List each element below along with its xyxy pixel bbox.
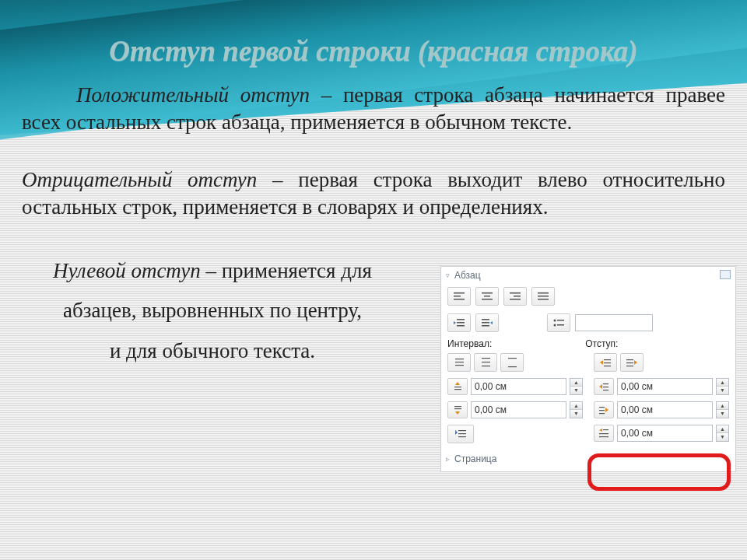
svg-rect-4 bbox=[484, 296, 490, 297]
svg-rect-47 bbox=[626, 359, 633, 360]
svg-rect-59 bbox=[603, 429, 608, 430]
svg-rect-57 bbox=[599, 413, 605, 414]
svg-rect-13 bbox=[457, 322, 465, 324]
svg-rect-5 bbox=[482, 299, 493, 300]
svg-rect-60 bbox=[599, 433, 608, 434]
list-bullets-button[interactable] bbox=[547, 313, 570, 332]
expand-panel-button[interactable] bbox=[720, 270, 731, 279]
svg-rect-1 bbox=[454, 296, 461, 297]
format-panel: ▿ Абзац Интервал: Отступ: 0,00 см bbox=[440, 266, 736, 472]
svg-rect-2 bbox=[454, 299, 465, 300]
svg-rect-8 bbox=[510, 299, 521, 300]
svg-rect-23 bbox=[557, 324, 564, 326]
space-before-icon bbox=[447, 378, 468, 395]
svg-rect-51 bbox=[603, 383, 608, 384]
interval-column: 0,00 см ▲▼ 0,00 см ▲▼ bbox=[447, 353, 583, 443]
space-before-input[interactable]: 0,00 см bbox=[471, 378, 566, 395]
first-line-indent-input[interactable]: 0,00 см bbox=[617, 425, 713, 442]
svg-rect-26 bbox=[455, 365, 464, 366]
section-page[interactable]: ▹ Страница bbox=[441, 450, 735, 467]
svg-rect-22 bbox=[557, 320, 564, 321]
decrease-indent-button[interactable] bbox=[447, 313, 471, 332]
line-spacing-15-button[interactable] bbox=[474, 353, 497, 372]
align-right-button[interactable] bbox=[503, 287, 527, 306]
svg-rect-38 bbox=[458, 430, 466, 431]
first-line-indent-icon bbox=[594, 425, 614, 442]
svg-rect-11 bbox=[538, 299, 549, 300]
align-left-button[interactable] bbox=[447, 287, 471, 306]
increase-indent-button[interactable] bbox=[475, 313, 499, 332]
svg-rect-28 bbox=[482, 362, 490, 362]
paragraph-zero-indent: Нулевой отступ – применяется для абзацев… bbox=[22, 251, 403, 371]
space-before-spinner[interactable]: ▲▼ bbox=[570, 378, 583, 395]
svg-rect-55 bbox=[599, 407, 605, 408]
indent-column: 0,00 см ▲▼ 0,00 см ▲▼ 0,00 см ▲▼ bbox=[594, 353, 729, 443]
svg-rect-30 bbox=[508, 358, 517, 359]
svg-rect-7 bbox=[514, 296, 521, 297]
space-after-input[interactable]: 0,00 см bbox=[471, 401, 566, 418]
term-negative: Отрицательный отступ bbox=[22, 168, 257, 191]
svg-rect-29 bbox=[482, 366, 490, 366]
label-indent: Отступ: bbox=[585, 338, 618, 349]
section-paragraph[interactable]: ▿ Абзац bbox=[441, 267, 735, 283]
svg-rect-43 bbox=[604, 359, 611, 360]
indent-increase-button[interactable] bbox=[620, 353, 644, 372]
svg-rect-45 bbox=[604, 366, 611, 366]
indent-right-spinner[interactable]: ▲▼ bbox=[716, 401, 729, 418]
svg-rect-25 bbox=[455, 362, 464, 362]
svg-rect-49 bbox=[626, 366, 633, 366]
svg-marker-32 bbox=[455, 382, 460, 385]
svg-marker-58 bbox=[599, 429, 602, 432]
indent-left-input[interactable]: 0,00 см bbox=[617, 378, 713, 395]
svg-marker-37 bbox=[455, 411, 460, 415]
svg-rect-12 bbox=[457, 319, 465, 320]
svg-marker-41 bbox=[455, 430, 458, 435]
svg-rect-16 bbox=[482, 319, 489, 320]
svg-rect-39 bbox=[458, 433, 466, 434]
line-spacing-1-button[interactable] bbox=[447, 353, 471, 372]
paragraph-negative-indent: Отрицательный отступ – первая строка вых… bbox=[22, 166, 725, 220]
svg-point-21 bbox=[554, 324, 556, 327]
def-zero-1: – применяется для bbox=[201, 259, 372, 282]
term-positive: Положительный отступ bbox=[76, 83, 310, 107]
svg-rect-35 bbox=[454, 406, 461, 407]
svg-rect-44 bbox=[604, 362, 611, 363]
line-spacing-2-button[interactable] bbox=[500, 353, 524, 372]
list-style-select[interactable] bbox=[575, 314, 653, 331]
svg-marker-50 bbox=[599, 384, 602, 389]
align-justify-button[interactable] bbox=[531, 287, 555, 306]
collapse-icon: ▿ bbox=[446, 271, 450, 279]
svg-rect-31 bbox=[508, 366, 517, 367]
svg-marker-46 bbox=[634, 360, 637, 365]
svg-rect-0 bbox=[454, 292, 465, 294]
section-page-label: Страница bbox=[454, 453, 496, 464]
svg-rect-53 bbox=[603, 390, 608, 390]
indent-left-icon bbox=[594, 378, 614, 395]
svg-rect-3 bbox=[482, 292, 493, 294]
indent-decrease-button[interactable] bbox=[594, 353, 617, 372]
term-zero: Нулевой отступ bbox=[53, 259, 201, 282]
indent-right-input[interactable]: 0,00 см bbox=[617, 401, 713, 418]
svg-rect-9 bbox=[538, 292, 549, 294]
paragraph-positive-indent: Положительный отступ – первая строка абз… bbox=[22, 82, 725, 135]
svg-marker-42 bbox=[600, 360, 603, 365]
align-center-button[interactable] bbox=[475, 287, 499, 306]
svg-rect-17 bbox=[482, 322, 489, 324]
svg-rect-52 bbox=[603, 387, 608, 387]
line-spacing-custom-button[interactable] bbox=[447, 425, 474, 443]
svg-rect-40 bbox=[458, 436, 466, 437]
space-after-icon bbox=[447, 401, 468, 418]
first-line-indent-spinner[interactable]: ▲▼ bbox=[716, 425, 729, 442]
label-interval: Интервал: bbox=[447, 338, 492, 349]
svg-rect-56 bbox=[599, 410, 605, 411]
svg-rect-27 bbox=[482, 358, 490, 359]
slide-title: Отступ первой строки (красная строка) bbox=[22, 34, 725, 68]
svg-rect-34 bbox=[454, 389, 461, 390]
svg-point-20 bbox=[554, 320, 556, 322]
svg-marker-54 bbox=[605, 408, 608, 412]
indent-left-spinner[interactable]: ▲▼ bbox=[716, 378, 729, 395]
svg-rect-48 bbox=[626, 362, 633, 363]
svg-marker-15 bbox=[454, 321, 456, 324]
space-after-spinner[interactable]: ▲▼ bbox=[570, 401, 583, 418]
svg-marker-19 bbox=[490, 321, 493, 324]
